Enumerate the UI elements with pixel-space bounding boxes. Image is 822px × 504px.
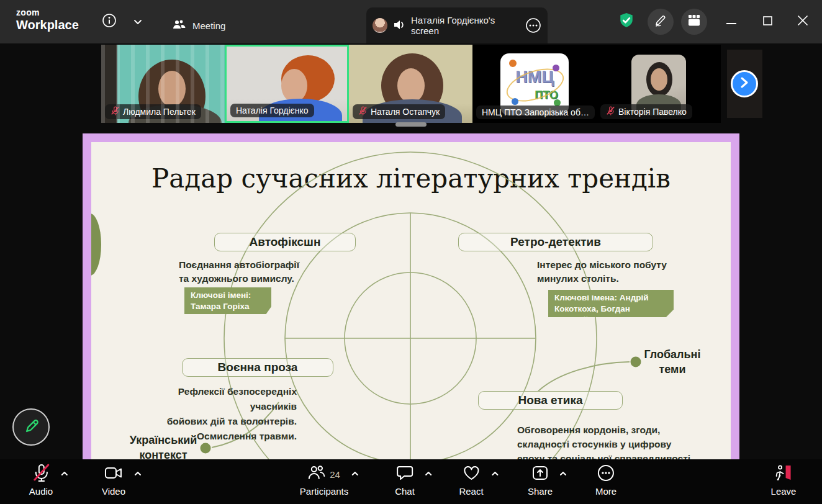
participant-name: Людмила Пельтек [123,107,196,117]
meeting-info-button[interactable] [96,9,122,35]
share-button[interactable]: Share [528,464,553,497]
logo-dot-purple [553,65,559,71]
security-shield-button[interactable] [613,9,639,35]
video-options-caret[interactable] [134,471,142,476]
participants-button[interactable]: 24 Participants [300,464,348,497]
zoom-workplace-logo: zoom Workplace [16,8,79,31]
audio-options-caret[interactable] [61,471,68,476]
shared-screen-slide: Радар сучасних літературних трендів Авто… [83,133,739,459]
annotate-button[interactable] [648,9,674,35]
logo-dot-orange [509,60,517,67]
chat-bubble-icon [396,465,413,484]
pen-icon [654,14,667,30]
filmstrip-drag-handle[interactable] [395,122,427,127]
info-icon [102,13,117,30]
video-thumbnail-natalya[interactable]: Наталя Остапчук [349,45,472,123]
tab-shared-screen[interactable]: Наталія Гордієнко's screen [366,7,548,43]
slide-content: Радар сучасних літературних трендів Авто… [91,142,731,459]
apps-grid-icon [687,14,701,29]
trend-label: Воєнна проза [218,361,298,374]
speaker-icon [393,19,405,32]
more-label: More [595,486,616,497]
leave-door-icon [774,464,793,484]
share-screen-icon [532,465,548,484]
shield-check-icon [618,12,635,31]
mic-off-icon [358,106,368,117]
more-ellipsis-icon [597,464,615,484]
trend-box-new-ethics: Нова етика [478,391,623,410]
maximize-icon [763,16,772,28]
name-badge: Наталя Остапчук [353,104,445,119]
leave-label: Leave [771,486,797,497]
axis-label-global-themes: Глобальні теми [623,347,722,377]
next-participants-button[interactable] [731,70,758,97]
chat-button[interactable]: Chat [395,464,415,497]
video-label: Video [102,486,125,497]
tab-options-button[interactable] [525,17,541,34]
video-camera-icon [104,466,123,483]
close-icon [798,16,808,28]
video-button[interactable]: Video [102,464,125,497]
minimize-button[interactable] [717,8,746,35]
trend-box-autofiction: Автофіксшн [214,233,356,251]
maximize-button[interactable] [753,8,782,35]
react-button[interactable]: React [459,464,483,497]
video-thumbnail-nmc-pto[interactable]: НМЦ ПТО НМЦ ПТО Запорізька об… [472,45,597,123]
annotation-pencil-fab[interactable] [12,408,50,446]
participants-label: Participants [300,486,348,497]
share-options-caret[interactable] [559,471,567,476]
leave-button[interactable]: Leave [771,464,797,497]
mic-off-icon [606,106,615,117]
view-dropdown-button[interactable] [127,9,148,35]
react-options-caret[interactable] [491,471,499,476]
mic-off-icon [111,106,120,117]
green-pencil-icon [22,417,40,437]
trend-box-war-prose: Воєнна проза [182,358,333,377]
participant-name: Наталія Гордієнко [236,106,309,115]
chevron-down-icon [133,16,142,27]
trend-description-autofiction: Поєднання автобіографії та художнього ви… [179,258,299,286]
react-label: React [459,486,483,497]
brand-workplace: Workplace [16,19,79,31]
participants-icon [173,19,186,32]
name-badge: НМЦ ПТО Запорізька об… [476,106,595,119]
left-accent-semicircle [91,214,101,276]
presenter-avatar [373,18,387,33]
chevron-right-icon [740,77,749,91]
participant-name: Наталя Остапчук [371,107,440,117]
trend-label: Ретро-детектив [510,235,601,249]
participants-options-caret[interactable] [351,471,359,476]
tab-meeting[interactable]: Meeting [163,7,235,43]
chat-options-caret[interactable] [425,471,432,476]
name-badge: Наталія Гордієнко [230,104,314,117]
tab-meeting-label: Meeting [192,20,225,31]
key-names-badge-autofiction: Ключові імені: Тамара Горіха Зерня [184,287,271,314]
brand-zoom: zoom [16,8,79,17]
apps-button[interactable] [681,9,707,35]
close-button[interactable] [788,8,817,35]
participants-icon [308,465,325,484]
trend-label: Нова етика [518,394,583,407]
more-button[interactable]: More [595,464,616,497]
audio-label: Audio [29,486,53,497]
minimize-icon [726,16,736,27]
connector-global-themes [538,362,630,391]
meeting-toolbar: Audio Video 24 [0,459,822,504]
mic-muted-icon [33,464,50,485]
heart-icon [463,465,480,484]
trend-description-retro-detective: Інтерес до міського побуту минулих столі… [537,258,667,286]
titlebar: zoom Workplace Meeting Наталія Гордієнко [0,0,822,43]
video-thumbnail-nataliia-active-speaker[interactable]: Наталія Гордієнко [225,45,349,123]
trend-label: Автофіксшн [250,235,321,249]
logo-dot-blue [512,98,518,105]
filmstrip-next-panel [727,50,762,118]
participant-name: НМЦ ПТО Запорізька об… [482,107,589,117]
participant-name: Вікторія Павелко [618,107,687,117]
audio-button[interactable]: Audio [29,464,53,497]
video-thumbnail-lyudmyla[interactable]: Людмила Пельтек [101,45,225,123]
tab-shared-screen-label: Наталія Гордієнко's screen [411,15,520,36]
name-badge: Людмила Пельтек [105,104,201,119]
chat-label: Chat [395,486,415,497]
share-label: Share [528,486,553,497]
video-thumbnail-viktoriia[interactable]: Вікторія Павелко [597,45,721,123]
